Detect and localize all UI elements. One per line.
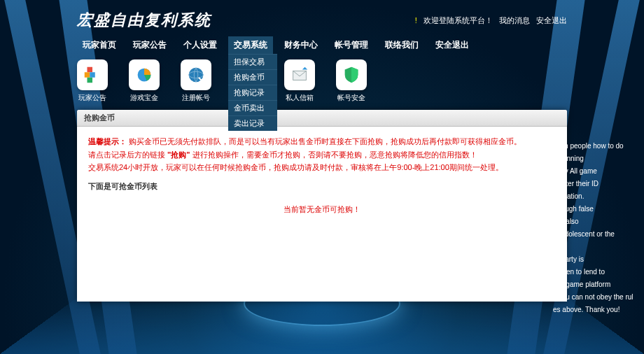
warn-label: 温馨提示： <box>88 137 127 146</box>
cubes-icon <box>77 59 108 90</box>
shortcut-0[interactable]: 玩家公告 <box>77 59 108 103</box>
login-status: 欢迎登陆系统平台！ <box>424 16 493 24</box>
nav-item-1[interactable]: 玩家公告 <box>127 36 172 54</box>
shortcut-label: 私人信箱 <box>284 93 315 103</box>
excl-icon: ! <box>415 16 417 24</box>
shortcut-label: 游戏宝金 <box>129 93 160 103</box>
nav-item-4[interactable]: 财务中心 <box>279 36 323 54</box>
warning-block: 温馨提示： 购买金币已无须先付款排队，而是可以当有玩家出售金币时直接在下面抢购，… <box>88 135 556 174</box>
list-subheader: 下面是可抢金币列表 <box>88 181 556 192</box>
warn-line3: 交易系统24小时开放，玩家可以在任何时候抢购金币，抢购成功请及时付款，审核将在上… <box>88 163 503 171</box>
dropdown-item-0[interactable]: 担保交易 <box>228 54 277 69</box>
shortcut-label: 玩家公告 <box>77 93 108 103</box>
shortcut-4[interactable]: 私人信箱 <box>284 59 315 103</box>
dropdown-item-1[interactable]: 抢购金币 <box>228 69 277 85</box>
svg-rect-3 <box>88 78 93 83</box>
empty-message: 当前暂无金币可抢购！ <box>88 204 556 215</box>
svg-rect-0 <box>88 67 93 73</box>
main-nav: 玩家首页玩家公告个人设置交易系统担保交易抢购金币抢购记录金币卖出卖出记录财务中心… <box>77 36 567 54</box>
dropdown-item-3[interactable]: 金币卖出 <box>228 100 277 115</box>
svg-rect-2 <box>90 72 95 78</box>
shortcut-2[interactable]: 注册帐号 <box>181 59 211 103</box>
svg-rect-1 <box>85 72 90 78</box>
globe-icon <box>181 59 211 90</box>
warn-line2a: 请点击记录后方的链接 <box>88 150 165 159</box>
shortcut-label: 帐号安全 <box>336 93 367 103</box>
my-messages-link[interactable]: 我的消息 <box>499 16 530 24</box>
shortcut-5[interactable]: 帐号安全 <box>336 59 367 103</box>
nav-item-6[interactable]: 联络我们 <box>379 36 424 54</box>
nav-item-3[interactable]: 交易系统担保交易抢购金币抢购记录金币卖出卖出记录 <box>228 36 273 54</box>
dropdown-item-4[interactable]: 卖出记录 <box>228 115 277 131</box>
nav-item-0[interactable]: 玩家首页 <box>77 36 122 54</box>
dropdown-item-2[interactable]: 抢购记录 <box>228 85 277 100</box>
warn-line1: 购买金币已无须先付款排队，而是可以当有玩家出售金币时直接在下面抢购，抢购成功后再… <box>129 137 522 146</box>
shield-icon <box>336 59 367 90</box>
shortcut-label: 注册帐号 <box>181 93 211 103</box>
main-panel: 抢购金币 温馨提示： 购买金币已无须先付款排队，而是可以当有玩家出售金币时直接在… <box>77 110 567 302</box>
warn-line2c: 进行抢购操作，需要金币才抢购，否则请不要抢购，恶意抢购将降低您的信用指数！ <box>192 150 477 159</box>
icon-row: 玩家公告游戏宝金注册帐号帐号管理私人信箱帐号安全 <box>77 59 567 103</box>
side-english-text: each people how to doal runningpany All … <box>553 140 637 316</box>
shortcut-1[interactable]: 游戏宝金 <box>129 59 160 103</box>
mail-icon <box>284 59 315 90</box>
nav-item-7[interactable]: 安全退出 <box>430 36 475 54</box>
site-title: 宏盛自由复利系统 <box>77 10 211 31</box>
panel-title: 抢购金币 <box>77 110 567 127</box>
nav-item-2[interactable]: 个人设置 <box>178 36 223 54</box>
safe-exit-link[interactable]: 安全退出 <box>536 16 567 24</box>
top-links: ! 欢迎登陆系统平台！ 我的消息 安全退出 <box>411 15 567 26</box>
nav-item-5[interactable]: 帐号管理 <box>329 36 374 54</box>
warn-keyword: "抢购" <box>167 150 190 159</box>
pie-icon <box>129 59 160 90</box>
